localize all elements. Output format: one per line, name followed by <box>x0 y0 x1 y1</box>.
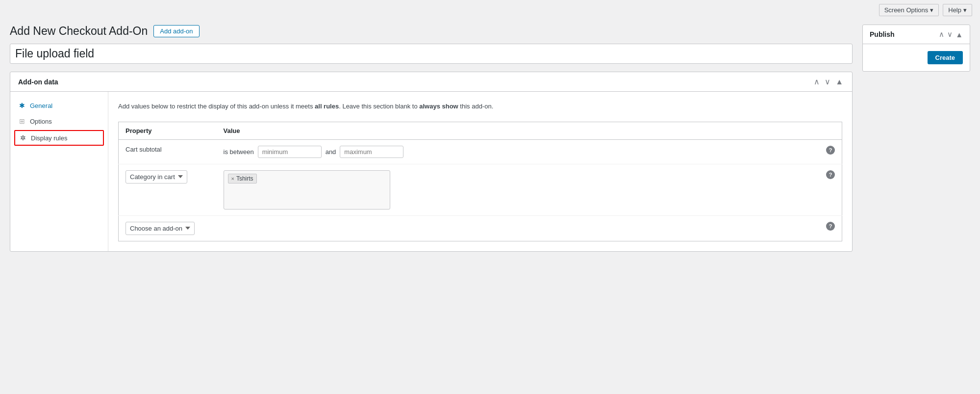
help-col-3: ? <box>819 215 842 241</box>
publish-body: Create <box>863 44 970 71</box>
publish-expand-button[interactable]: ▲ <box>955 30 963 39</box>
help-col-2: ? <box>819 164 842 215</box>
property-category: Category in cart <box>119 164 217 215</box>
help-icon-2[interactable]: ? <box>826 170 835 179</box>
sidebar-item-display-rules-label: Display rules <box>31 134 67 142</box>
rules-table: Property Value Cart subtotal <box>118 122 842 241</box>
addon-data-panel: Add-on data ∧ ∨ ▲ ✱ General <box>10 72 853 252</box>
publish-panel-controls: ∧ ∨ ▲ <box>939 30 963 39</box>
value-category: × Tshirts <box>217 164 820 215</box>
page-title-row: Add New Checkout Add-On Add add-on <box>10 25 853 38</box>
value-col-header: Value <box>217 122 820 139</box>
title-input[interactable] <box>15 47 847 60</box>
grid-icon: ⊞ <box>18 117 26 125</box>
property-col-header: Property <box>119 122 217 139</box>
panel-collapse-down-button[interactable]: ∨ <box>824 77 831 86</box>
table-row: Category in cart × Tshirts <box>119 164 842 215</box>
between-row: is between and <box>224 146 813 158</box>
publish-panel: Publish ∧ ∨ ▲ Create <box>862 25 970 72</box>
table-row: Choose an add-on ? <box>119 215 842 241</box>
minimum-input[interactable] <box>258 146 322 158</box>
panel-controls: ∧ ∨ ▲ <box>813 77 844 86</box>
panel-body: ✱ General ⊞ Options ✲ Display rules <box>10 92 852 251</box>
publish-title: Publish <box>870 30 895 38</box>
title-input-wrap <box>10 44 853 64</box>
sidebar-item-display-rules[interactable]: ✲ Display rules <box>14 130 104 146</box>
choose-addon-dropdown[interactable]: Choose an add-on <box>126 222 195 235</box>
panel-collapse-up-button[interactable]: ∧ <box>813 77 821 86</box>
and-label: and <box>326 148 336 156</box>
sidebar-item-options-label: Options <box>30 118 52 125</box>
help-icon-3[interactable]: ? <box>826 222 835 231</box>
panel-content: Add values below to restrict the display… <box>108 92 852 251</box>
publish-collapse-up-button[interactable]: ∧ <box>939 30 944 39</box>
tag-remove-icon[interactable]: × <box>231 176 234 182</box>
sidebar-item-general[interactable]: ✱ General <box>10 98 108 113</box>
top-bar: Screen Options ▾ Help ▾ <box>0 0 980 20</box>
addon-data-panel-header: Add-on data ∧ ∨ ▲ <box>10 72 852 92</box>
table-row: Cart subtotal is between and <box>119 139 842 164</box>
sidebar-item-general-label: General <box>30 102 52 109</box>
is-between-label: is between <box>224 148 254 156</box>
chevron-down-icon: ▾ <box>963 6 967 14</box>
panel-expand-button[interactable]: ▲ <box>834 78 844 86</box>
wrench-icon: ✱ <box>18 102 26 109</box>
right-column: Publish ∧ ∨ ▲ Create <box>862 25 970 252</box>
maximum-input[interactable] <box>340 146 403 158</box>
category-dropdown[interactable]: Category in cart <box>126 170 187 184</box>
chevron-down-icon: ▾ <box>930 6 933 14</box>
page-title: Add New Checkout Add-On <box>10 25 148 38</box>
property-cart-subtotal: Cart subtotal <box>119 139 217 164</box>
create-button[interactable]: Create <box>928 51 963 64</box>
screen-options-button[interactable]: Screen Options ▾ <box>879 4 939 16</box>
help-button[interactable]: Help ▾ <box>943 4 972 16</box>
addon-data-panel-title: Add-on data <box>18 78 58 86</box>
screen-options-label: Screen Options <box>884 6 929 14</box>
publish-header: Publish ∧ ∨ ▲ <box>863 25 970 44</box>
publish-collapse-down-button[interactable]: ∨ <box>947 30 953 39</box>
sidebar-nav: ✱ General ⊞ Options ✲ Display rules <box>10 92 108 251</box>
tag-tshirts: × Tshirts <box>228 174 257 184</box>
cursor-icon: ✲ <box>19 134 27 142</box>
value-choose <box>217 215 820 241</box>
tag-label: Tshirts <box>236 175 253 182</box>
tag-input-box[interactable]: × Tshirts <box>224 170 390 210</box>
help-icon-1[interactable]: ? <box>826 146 835 155</box>
description-text: Add values below to restrict the display… <box>118 102 842 112</box>
value-cart-subtotal: is between and <box>217 139 820 164</box>
left-column: Add New Checkout Add-On Add add-on Add-o… <box>10 25 853 252</box>
add-addon-button[interactable]: Add add-on <box>153 25 199 37</box>
help-col-1: ? <box>819 139 842 164</box>
property-choose: Choose an add-on <box>119 215 217 241</box>
help-label: Help <box>948 6 961 14</box>
sidebar-item-options[interactable]: ⊞ Options <box>10 113 108 129</box>
main-content: Add New Checkout Add-On Add add-on Add-o… <box>0 20 980 262</box>
